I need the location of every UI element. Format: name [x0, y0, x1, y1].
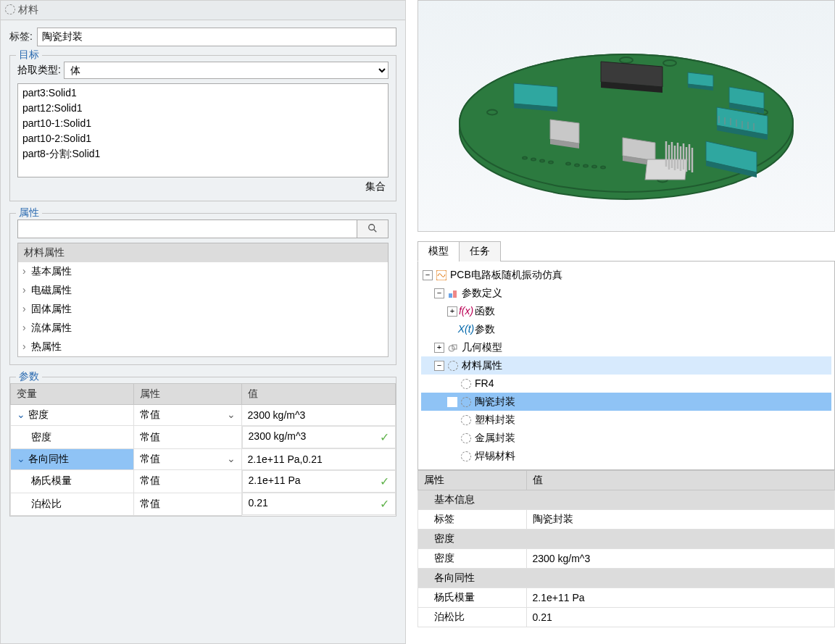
tree-material-item[interactable]: 塑料封装	[475, 412, 515, 427]
param-property-cell[interactable]: 常值⌄	[133, 449, 241, 470]
param-variable-cell[interactable]: ⌄ 密度	[11, 405, 134, 426]
svg-marker-22	[514, 83, 557, 107]
paramdef-icon	[447, 288, 459, 299]
tree-material-item[interactable]: 陶瓷封装	[475, 394, 515, 409]
tree-material-item[interactable]: 金属封装	[475, 430, 515, 446]
param-property-cell[interactable]: 常值	[133, 493, 241, 515]
params-icon: X(t)	[460, 324, 472, 335]
tree-toggle[interactable]: +	[434, 343, 444, 353]
function-icon: f(x)	[460, 306, 472, 317]
svg-point-11	[523, 157, 527, 159]
property-key: 密度	[418, 549, 527, 569]
material-icon	[460, 396, 472, 408]
search-button[interactable]	[357, 219, 389, 238]
property-item[interactable]: 流体属性	[18, 319, 388, 338]
params-fieldset: 参数 变量 属性 值 ⌄ 密度常值⌄2300 kg/m^3密度常值2300 kg…	[9, 377, 396, 517]
param-value-cell[interactable]: 2300 kg/m^3	[241, 405, 395, 426]
params-table: 变量 属性 值 ⌄ 密度常值⌄2300 kg/m^3密度常值2300 kg/m^…	[10, 383, 396, 516]
tree-toggle[interactable]: −	[434, 361, 444, 371]
model-tree[interactable]: − PCB电路板随机振动仿真 − 参数定义 + f(x) 函数 X(t) 参数 …	[418, 262, 835, 470]
label-field-label: 标签:	[9, 30, 33, 43]
target-fieldset: 目标 拾取类型: 体 part3:Solid1 part12:Solid1 pa…	[9, 55, 396, 201]
param-property-cell[interactable]: 常值⌄	[133, 405, 241, 426]
svg-point-10	[487, 110, 497, 115]
target-listbox[interactable]: part3:Solid1 part12:Solid1 part10-1:Soli…	[17, 83, 389, 177]
col-variable: 变量	[11, 384, 134, 405]
tab-task[interactable]: 任务	[459, 241, 501, 262]
tree-root[interactable]: PCB电路板随机振动仿真	[450, 267, 562, 283]
tree-toggle[interactable]: −	[423, 270, 433, 280]
col-property: 属性	[418, 471, 527, 490]
project-icon	[436, 269, 447, 281]
svg-point-16	[575, 164, 579, 167]
property-value: 陶瓷封装	[526, 510, 835, 530]
svg-point-14	[549, 162, 553, 164]
material-icon	[460, 378, 472, 390]
svg-point-13	[540, 160, 544, 162]
material-prop-icon	[447, 360, 459, 372]
pick-type-select[interactable]: 体	[64, 62, 389, 79]
params-legend: 参数	[16, 370, 42, 383]
material-icon	[460, 451, 472, 462]
svg-point-12	[531, 159, 536, 161]
property-search-input[interactable]	[17, 219, 357, 238]
property-item[interactable]: 固体属性	[18, 300, 388, 319]
svg-point-0	[369, 224, 375, 230]
collect-button[interactable]: 集合	[365, 180, 386, 192]
tree-params[interactable]: 参数	[475, 322, 495, 337]
property-key: 标签	[418, 510, 527, 530]
property-item[interactable]: 热属性	[18, 338, 388, 356]
svg-rect-55	[449, 293, 452, 298]
param-variable-cell[interactable]: ⌄ 各向同性	[11, 449, 134, 470]
property-section: 基本信息	[418, 490, 835, 510]
svg-point-19	[601, 167, 605, 169]
tree-paramdef[interactable]: 参数定义	[462, 285, 502, 301]
param-value-cell[interactable]: 2.1e+11 Pa,0.21	[241, 449, 395, 470]
property-value-table: 属性 值 基本信息标签陶瓷封装密度密度2300 kg/m^3各向同性杨氏模量2.…	[418, 470, 835, 627]
param-variable-cell[interactable]: 杨氏模量	[11, 470, 134, 493]
param-property-cell[interactable]: 常值	[133, 426, 241, 449]
property-value: 0.21	[526, 608, 835, 627]
geometry-icon	[447, 342, 459, 354]
svg-point-5	[620, 57, 633, 63]
property-section: 各向同性	[418, 569, 835, 588]
tree-func[interactable]: 函数	[475, 304, 495, 319]
3d-viewport[interactable]	[418, 0, 835, 232]
svg-point-18	[592, 166, 597, 168]
tree-material-item[interactable]: FR4	[475, 376, 494, 391]
list-item[interactable]: part10-2:Solid1	[22, 131, 383, 146]
tree-geom[interactable]: 几何模型	[462, 340, 502, 355]
pick-type-label: 拾取类型:	[17, 64, 61, 77]
param-value-cell[interactable]: 0.21 ✓	[242, 493, 396, 515]
search-icon	[367, 223, 378, 233]
tree-toggle[interactable]: +	[447, 306, 457, 317]
right-panel: 模型 任务 − PCB电路板随机振动仿真 − 参数定义 + f(x) 函数 X(…	[418, 0, 835, 644]
col-value: 值	[526, 471, 835, 490]
param-value-cell[interactable]: 2300 kg/m^3 ✓	[242, 426, 396, 448]
tab-model[interactable]: 模型	[418, 241, 460, 262]
property-list: 材料属性 基本属性 电磁属性 固体属性 流体属性 热属性	[17, 243, 389, 357]
col-value: 值	[241, 384, 395, 405]
tree-matprop[interactable]: 材料属性	[462, 358, 502, 373]
tree-toggle[interactable]: −	[434, 288, 444, 298]
property-value: 2300 kg/m^3	[526, 549, 835, 569]
param-variable-cell[interactable]: 泊松比	[11, 493, 134, 515]
property-section: 密度	[418, 530, 835, 549]
tree-spacer	[447, 325, 457, 335]
svg-point-57	[449, 346, 454, 351]
param-property-cell[interactable]: 常值	[133, 470, 241, 493]
property-value: 2.1e+11 Pa	[526, 588, 835, 608]
check-icon: ✓	[380, 474, 389, 488]
svg-point-6	[663, 60, 676, 66]
param-value-cell[interactable]: 2.1e+11 Pa ✓	[242, 470, 396, 493]
list-item[interactable]: part3:Solid1	[22, 85, 383, 101]
list-item[interactable]: part8-分割:Solid1	[22, 146, 383, 162]
property-item[interactable]: 电磁属性	[18, 281, 388, 300]
panel-title: 材料	[18, 4, 38, 17]
property-item[interactable]: 基本属性	[18, 262, 388, 281]
list-item[interactable]: part12:Solid1	[22, 101, 383, 116]
list-item[interactable]: part10-1:Solid1	[22, 116, 383, 131]
tree-material-item[interactable]: 焊锡材料	[475, 448, 515, 464]
param-variable-cell[interactable]: 密度	[11, 426, 134, 449]
label-input[interactable]	[37, 28, 396, 46]
